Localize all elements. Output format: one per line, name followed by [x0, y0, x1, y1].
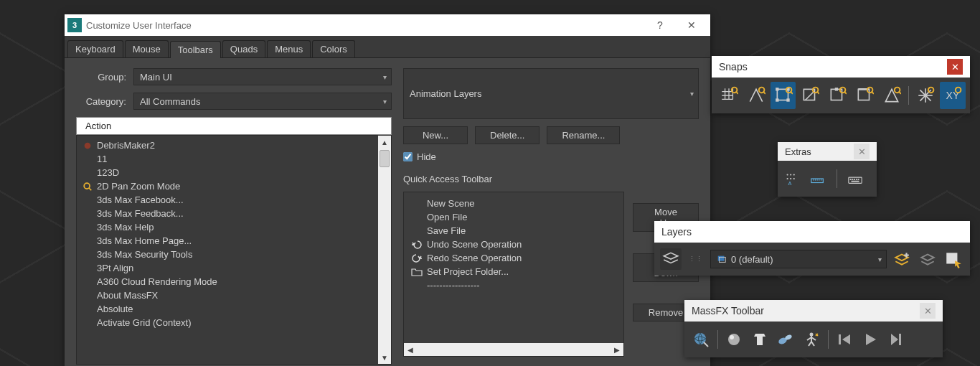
- separator: [906, 82, 912, 109]
- snap-pivot-icon[interactable]: [743, 82, 769, 109]
- list-item[interactable]: New Scene: [407, 197, 621, 210]
- hide-checkbox[interactable]: Hide: [403, 151, 699, 162]
- new-button[interactable]: New...: [403, 126, 468, 144]
- list-item[interactable]: Save File: [407, 224, 621, 238]
- action-list: DebrisMaker2 11 123D 2D Pan Zoom Mode 3d…: [76, 135, 392, 365]
- snap-midpoint-icon[interactable]: [824, 82, 850, 109]
- list-item[interactable]: DebrisMaker2: [77, 139, 378, 152]
- list-item[interactable]: About MassFX: [77, 288, 378, 302]
- qat-label: Quick Access Toolbar: [403, 174, 699, 184]
- scroll-up-icon[interactable]: ▲: [378, 136, 391, 149]
- select-layer-icon[interactable]: [943, 248, 964, 270]
- snaps-title: Snaps: [719, 61, 748, 72]
- tab-menus[interactable]: Menus: [267, 40, 311, 57]
- svg-rect-48: [850, 179, 852, 180]
- svg-line-20: [844, 92, 847, 94]
- action-header[interactable]: Action: [76, 117, 392, 135]
- scroll-down-icon[interactable]: ▼: [378, 351, 391, 364]
- category-label: Category:: [76, 96, 126, 107]
- list-item[interactable]: Undo Scene Operation: [407, 238, 621, 251]
- snaps-toolbar[interactable]: Snaps ✕ XY: [712, 56, 970, 113]
- customize-ui-dialog: 3 Customize User Interface ? ✕ Keyboard …: [65, 14, 710, 366]
- category-dropdown[interactable]: All Commands: [133, 93, 392, 110]
- hide-label: Hide: [417, 151, 436, 162]
- snap-frozen-icon[interactable]: [913, 82, 938, 109]
- list-item[interactable]: Open File: [407, 210, 621, 224]
- toolbar-dropdown[interactable]: Animation Layers: [403, 68, 699, 119]
- snap-vertex-icon[interactable]: [771, 82, 796, 109]
- layer-explorer-icon[interactable]: [660, 248, 682, 270]
- scrollbar[interactable]: ▲ ▼: [378, 136, 391, 364]
- list-item[interactable]: 3ds Max Feedback...: [77, 207, 378, 220]
- layer-dropdown[interactable]: 0 (default): [710, 250, 887, 268]
- list-item[interactable]: 123D: [77, 166, 378, 179]
- tab-mouse[interactable]: Mouse: [125, 40, 169, 57]
- titlebar[interactable]: 3 Customize User Interface ? ✕: [65, 14, 710, 36]
- scroll-thumb[interactable]: [380, 150, 390, 167]
- layers-toolbar[interactable]: Layers ⋮⋮ 0 (default): [654, 221, 970, 276]
- svg-point-64: [810, 333, 814, 337]
- extras-titlebar[interactable]: Extras ✕: [778, 142, 877, 161]
- help-button[interactable]: ?: [644, 14, 676, 36]
- scroll-right-icon[interactable]: ▶: [611, 343, 623, 356]
- reset-sim-icon[interactable]: [832, 327, 857, 352]
- list-item[interactable]: A360 Cloud Rendering Mode: [77, 275, 378, 288]
- tab-quads[interactable]: Quads: [222, 40, 265, 57]
- array-icon[interactable]: A: [782, 169, 802, 189]
- close-icon[interactable]: ✕: [920, 303, 936, 319]
- massfx-titlebar[interactable]: MassFX Toolbar ✕: [684, 300, 943, 322]
- new-layer-icon[interactable]: [891, 248, 913, 270]
- rename-button[interactable]: Rename...: [547, 126, 620, 144]
- add-to-layer-icon[interactable]: [917, 248, 938, 270]
- list-item[interactable]: 3ds Max Home Page...: [77, 234, 378, 248]
- list-item[interactable]: Absolute: [77, 302, 378, 316]
- tab-keyboard[interactable]: Keyboard: [67, 40, 123, 57]
- list-item[interactable]: 3ds Max Help: [77, 220, 378, 234]
- tab-toolbars[interactable]: Toolbars: [170, 41, 221, 58]
- svg-rect-52: [858, 179, 859, 180]
- extras-toolbar[interactable]: Extras ✕ A: [778, 142, 877, 197]
- snaps-titlebar[interactable]: Snaps ✕: [712, 56, 970, 78]
- hscrollbar[interactable]: ◀ ▶: [404, 343, 623, 356]
- close-icon[interactable]: ✕: [854, 144, 870, 159]
- list-item[interactable]: 3ds Max Facebook...: [77, 193, 378, 207]
- svg-line-4: [736, 92, 738, 94]
- grip-icon[interactable]: ⋮⋮: [686, 255, 706, 263]
- svg-text:XY: XY: [946, 90, 960, 101]
- close-button[interactable]: ✕: [676, 14, 707, 36]
- cloth-icon[interactable]: [748, 327, 772, 352]
- delete-button[interactable]: Delete...: [475, 126, 540, 144]
- measure-icon[interactable]: [808, 169, 828, 189]
- snap-edge-icon[interactable]: [852, 82, 877, 109]
- scroll-left-icon[interactable]: ◀: [404, 343, 417, 356]
- play-sim-icon[interactable]: [858, 327, 882, 352]
- list-item[interactable]: -----------------: [407, 278, 621, 292]
- keyboard-icon[interactable]: [845, 169, 865, 189]
- svg-line-13: [790, 92, 792, 94]
- ragdoll-icon[interactable]: [799, 327, 824, 352]
- constraint-icon[interactable]: [773, 327, 798, 352]
- snap-grid-icon[interactable]: [716, 82, 742, 109]
- massfx-toolbar[interactable]: MassFX Toolbar ✕: [684, 300, 943, 357]
- list-item[interactable]: 3ds Max Security Tools: [77, 248, 378, 261]
- list-item[interactable]: Set Project Folder...: [407, 265, 621, 278]
- list-item[interactable]: Activate Grid (Context): [77, 316, 378, 329]
- svg-point-60: [728, 334, 740, 345]
- list-item[interactable]: 3Pt Align: [77, 261, 378, 275]
- list-item[interactable]: 11: [77, 152, 378, 166]
- layers-titlebar[interactable]: Layers: [654, 221, 970, 243]
- snap-face-icon[interactable]: [879, 82, 905, 109]
- category-value: All Commands: [140, 96, 201, 107]
- tab-colors[interactable]: Colors: [312, 40, 355, 57]
- hide-checkbox-input[interactable]: [403, 152, 413, 161]
- snap-xy-icon[interactable]: XY: [940, 82, 966, 109]
- step-sim-icon[interactable]: [884, 327, 908, 352]
- snap-endpoint-icon[interactable]: [797, 82, 823, 109]
- list-item[interactable]: 2D Pan Zoom Mode: [77, 179, 378, 193]
- separator: [834, 165, 839, 192]
- list-item[interactable]: Redo Scene Operation: [407, 251, 621, 265]
- world-icon[interactable]: [689, 327, 713, 352]
- group-dropdown[interactable]: Main UI: [133, 68, 392, 85]
- close-icon[interactable]: ✕: [947, 59, 963, 75]
- rigidbody-icon[interactable]: [722, 327, 746, 352]
